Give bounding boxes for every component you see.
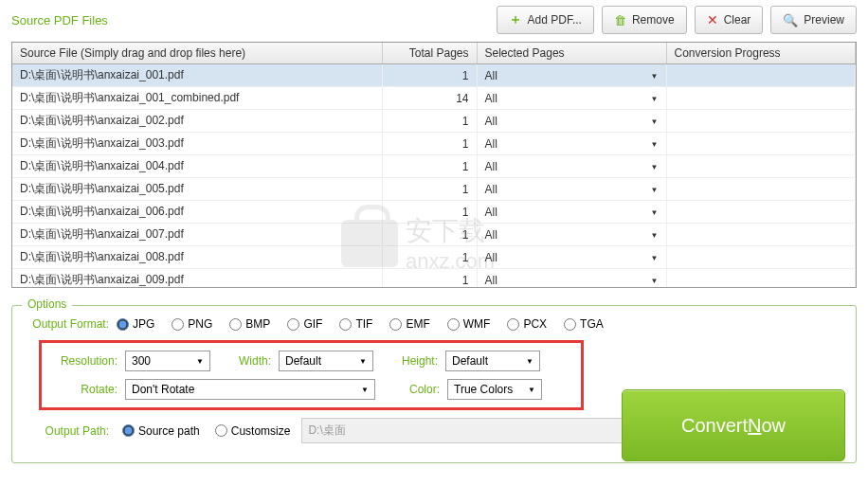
rotate-combo[interactable]: Don't Rotate ▼ xyxy=(125,379,375,400)
cell-file: D:\桌面\说明书\anxaizai_003.pdf xyxy=(12,133,382,155)
chevron-down-icon: ▼ xyxy=(651,162,659,171)
preview-button[interactable]: 🔍 Preview xyxy=(770,6,857,34)
format-label: BMP xyxy=(245,317,270,331)
format-tga[interactable]: TGA xyxy=(564,317,604,331)
format-wmf[interactable]: WMF xyxy=(447,317,491,331)
cell-progress xyxy=(666,269,856,289)
table-row[interactable]: D:\桌面\说明书\anxaizai_008.pdf 1 All▼ xyxy=(12,246,856,269)
cell-selected-pages[interactable]: All▼ xyxy=(477,224,666,246)
color-combo[interactable]: True Colors ▼ xyxy=(447,379,542,400)
cell-file: D:\桌面\说明书\anxaizai_001.pdf xyxy=(12,64,382,87)
file-table-container: Source File (Simply drag and drop files … xyxy=(11,42,857,288)
cell-file: D:\桌面\说明书\anxaizai_009.pdf xyxy=(12,269,382,289)
add-label: Add PDF... xyxy=(528,13,582,27)
format-radio-input[interactable] xyxy=(339,318,352,331)
table-row[interactable]: D:\桌面\说明书\anxaizai_005.pdf 1 All▼ xyxy=(12,178,856,201)
clear-button[interactable]: ✕ Clear xyxy=(695,6,764,34)
cell-file: D:\桌面\说明书\anxaizai_008.pdf xyxy=(12,246,382,269)
cell-progress xyxy=(666,64,856,87)
cell-selected-pages[interactable]: All▼ xyxy=(477,133,666,155)
cell-selected-pages[interactable]: All▼ xyxy=(477,110,666,133)
table-row[interactable]: D:\桌面\说明书\anxaizai_001.pdf 1 All▼ xyxy=(12,64,856,87)
convert-now-button[interactable]: Convert Now xyxy=(622,389,845,461)
magnify-icon: 🔍 xyxy=(783,13,798,27)
format-label: WMF xyxy=(463,317,491,331)
format-label: PCX xyxy=(523,317,547,331)
format-radio-input[interactable] xyxy=(447,318,460,331)
format-gif[interactable]: GIF xyxy=(287,317,322,331)
col-selected-pages[interactable]: Selected Pages xyxy=(477,43,666,64)
resolution-combo[interactable]: 300 ▼ xyxy=(125,351,210,371)
table-row[interactable]: D:\桌面\说明书\anxaizai_002.pdf 1 All▼ xyxy=(12,110,856,133)
chevron-down-icon: ▼ xyxy=(651,207,659,216)
chevron-down-icon: ▼ xyxy=(651,139,659,148)
table-row[interactable]: D:\桌面\说明书\anxaizai_009.pdf 1 All▼ xyxy=(12,269,856,289)
cell-progress xyxy=(666,155,856,178)
cell-selected-pages[interactable]: All▼ xyxy=(477,87,666,110)
format-emf[interactable]: EMF xyxy=(389,317,429,331)
cell-selected-pages[interactable]: All▼ xyxy=(477,201,666,224)
table-row[interactable]: D:\桌面\说明书\anxaizai_001_combined.pdf 14 A… xyxy=(12,87,856,110)
cell-progress xyxy=(666,133,856,155)
format-bmp[interactable]: BMP xyxy=(229,317,270,331)
format-radio-group: JPGPNGBMPGIFTIFEMFWMFPCXTGA xyxy=(117,317,604,331)
cell-file: D:\桌面\说明书\anxaizai_006.pdf xyxy=(12,201,382,224)
cell-pages: 1 xyxy=(382,246,477,269)
format-radio-input[interactable] xyxy=(229,318,242,331)
width-label: Width: xyxy=(218,354,271,368)
chevron-down-icon: ▼ xyxy=(359,357,367,366)
trash-icon: 🗑 xyxy=(614,13,626,27)
cell-pages: 1 xyxy=(382,133,477,155)
cell-file: D:\桌面\说明书\anxaizai_007.pdf xyxy=(12,224,382,246)
col-source-file[interactable]: Source File (Simply drag and drop files … xyxy=(12,43,382,64)
convert-post: ow xyxy=(761,415,786,437)
chevron-down-icon: ▼ xyxy=(651,94,659,102)
path-custom-input[interactable] xyxy=(215,424,227,437)
height-combo[interactable]: Default ▼ xyxy=(445,351,540,371)
cell-pages: 1 xyxy=(382,155,477,178)
toolbar: ＋ Add PDF... 🗑 Remove ✕ Clear 🔍 Preview xyxy=(497,6,857,34)
format-radio-input[interactable] xyxy=(117,318,129,331)
cell-selected-pages[interactable]: All▼ xyxy=(477,246,666,269)
options-legend: Options xyxy=(22,297,72,311)
cell-selected-pages[interactable]: All▼ xyxy=(477,64,666,87)
format-label: GIF xyxy=(303,317,322,331)
cell-selected-pages[interactable]: All▼ xyxy=(477,178,666,201)
table-row[interactable]: D:\桌面\说明书\anxaizai_006.pdf 1 All▼ xyxy=(12,201,856,224)
path-source-radio[interactable]: Source path xyxy=(122,424,200,438)
table-row[interactable]: D:\桌面\说明书\anxaizai_007.pdf 1 All▼ xyxy=(12,224,856,246)
convert-underline: N xyxy=(748,415,761,437)
add-pdf-button[interactable]: ＋ Add PDF... xyxy=(497,6,594,34)
cell-selected-pages[interactable]: All▼ xyxy=(477,269,666,289)
cell-pages: 1 xyxy=(382,201,477,224)
format-pcx[interactable]: PCX xyxy=(507,317,547,331)
table-row[interactable]: D:\桌面\说明书\anxaizai_003.pdf 1 All▼ xyxy=(12,133,856,155)
col-progress[interactable]: Conversion Progress xyxy=(666,43,856,64)
format-png[interactable]: PNG xyxy=(172,317,212,331)
path-value: D:\桌面 xyxy=(308,423,345,439)
chevron-down-icon: ▼ xyxy=(361,386,369,394)
format-radio-input[interactable] xyxy=(507,318,519,331)
cell-progress xyxy=(666,87,856,110)
path-source-input[interactable] xyxy=(122,424,135,437)
format-jpg[interactable]: JPG xyxy=(117,317,154,331)
format-tif[interactable]: TIF xyxy=(339,317,372,331)
format-radio-input[interactable] xyxy=(172,318,184,331)
table-row[interactable]: D:\桌面\说明书\anxaizai_004.pdf 1 All▼ xyxy=(12,155,856,178)
col-total-pages[interactable]: Total Pages xyxy=(382,43,477,64)
chevron-down-icon: ▼ xyxy=(526,357,533,366)
output-path-label: Output Path: xyxy=(26,424,117,438)
format-label: JPG xyxy=(133,317,154,331)
resolution-value: 300 xyxy=(132,354,151,368)
path-custom-label: Customsize xyxy=(231,424,291,438)
width-combo[interactable]: Default ▼ xyxy=(279,351,373,371)
resolution-label: Resolution: xyxy=(51,354,118,368)
format-radio-input[interactable] xyxy=(287,318,299,331)
chevron-down-icon: ▼ xyxy=(651,230,659,239)
format-radio-input[interactable] xyxy=(564,318,576,331)
cell-selected-pages[interactable]: All▼ xyxy=(477,155,666,178)
chevron-down-icon: ▼ xyxy=(651,253,659,261)
format-radio-input[interactable] xyxy=(389,318,402,331)
path-custom-radio[interactable]: Customsize xyxy=(215,424,291,438)
remove-button[interactable]: 🗑 Remove xyxy=(602,6,687,34)
